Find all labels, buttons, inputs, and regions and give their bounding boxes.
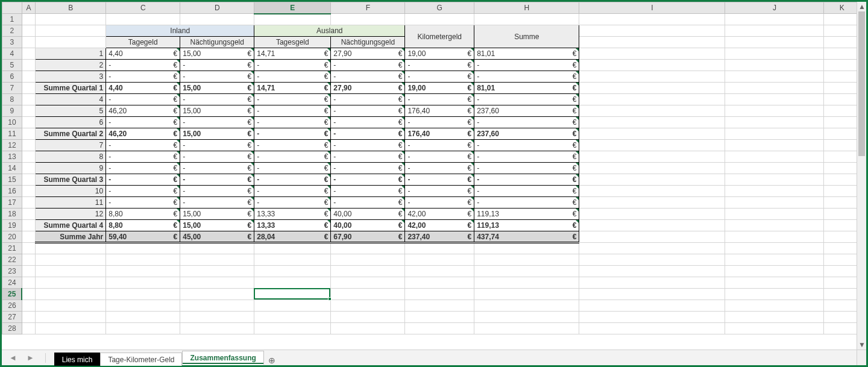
cell[interactable] <box>824 323 857 334</box>
spreadsheet-grid[interactable]: A B C D E F G H I J K 12InlandAuslandKil… <box>2 2 857 350</box>
cell[interactable] <box>725 323 824 334</box>
cell[interactable] <box>579 186 725 197</box>
label-q2[interactable]: Summe Quartal 2 <box>36 128 106 140</box>
cell-C19[interactable]: 8,80€ <box>106 220 180 231</box>
cell[interactable] <box>22 266 36 277</box>
cell-D19[interactable]: 15,00€ <box>180 220 254 231</box>
cell-G19[interactable]: 42,00€ <box>405 220 474 231</box>
cell[interactable] <box>180 266 254 277</box>
month-8[interactable]: 8 <box>36 151 106 163</box>
label-q3[interactable]: Summe Quartal 3 <box>36 174 106 186</box>
cell-F9[interactable]: -€ <box>331 105 405 117</box>
cell[interactable] <box>824 186 857 197</box>
cell-D10[interactable]: -€ <box>180 117 254 128</box>
scroll-down-button[interactable]: ▼ <box>857 340 867 350</box>
row-header-12[interactable]: 12 <box>2 140 22 151</box>
cell-B2[interactable] <box>36 25 106 37</box>
cell-G4[interactable]: 19,00€ <box>405 48 474 60</box>
cell-F8[interactable]: -€ <box>331 94 405 105</box>
scroll-track[interactable] <box>857 11 866 340</box>
cell-F14[interactable]: -€ <box>331 163 405 174</box>
cell-H11[interactable]: 237,60€ <box>474 128 579 140</box>
cell[interactable] <box>824 128 857 140</box>
cell-A3[interactable] <box>22 37 36 48</box>
cell-G8[interactable]: -€ <box>405 94 474 105</box>
cell-D14[interactable]: -€ <box>180 163 254 174</box>
cell[interactable] <box>254 14 331 25</box>
cell-C14[interactable]: -€ <box>106 163 180 174</box>
cell[interactable] <box>405 289 474 300</box>
cell[interactable] <box>579 209 725 220</box>
cell[interactable] <box>824 231 857 243</box>
cell[interactable] <box>579 163 725 174</box>
cell[interactable] <box>36 277 106 289</box>
cell-E12[interactable]: -€ <box>254 140 331 151</box>
sheet-tab-tage-kilometer-geld[interactable]: Tage-Kilometer-Geld <box>100 353 182 366</box>
cell-E6[interactable]: -€ <box>254 71 331 83</box>
cell-A8[interactable] <box>22 94 36 105</box>
cell-D11[interactable]: 15,00€ <box>180 128 254 140</box>
cell[interactable] <box>331 323 405 334</box>
cell[interactable] <box>824 151 857 163</box>
sheet-nav-prev-icon[interactable]: ◄ <box>9 354 17 362</box>
cell-G9[interactable]: 176,40€ <box>405 105 474 117</box>
cell-C7[interactable]: 4,40€ <box>106 83 180 94</box>
cell-D7[interactable]: 15,00€ <box>180 83 254 94</box>
cell[interactable] <box>180 243 254 254</box>
cell[interactable] <box>725 209 824 220</box>
cell[interactable] <box>725 289 824 300</box>
row-header-25[interactable]: 25 <box>2 289 22 300</box>
month-5[interactable]: 5 <box>36 105 106 117</box>
row-header-8[interactable]: 8 <box>2 94 22 105</box>
cell[interactable] <box>106 266 180 277</box>
cell[interactable] <box>36 266 106 277</box>
add-sheet-button[interactable]: ⊕ <box>264 356 280 365</box>
col-header-D[interactable]: D <box>180 2 254 14</box>
column-headers[interactable]: A B C D E F G H I J K <box>2 2 857 14</box>
cell-H18[interactable]: 119,13€ <box>474 209 579 220</box>
cell-F7[interactable]: 27,90€ <box>331 83 405 94</box>
cell[interactable] <box>824 277 857 289</box>
cell[interactable] <box>725 48 824 60</box>
cell[interactable] <box>824 300 857 312</box>
vertical-scrollbar[interactable]: ▲ ▼ <box>857 2 866 350</box>
label-q4[interactable]: Summe Quartal 4 <box>36 220 106 231</box>
cell[interactable] <box>725 151 824 163</box>
cell[interactable] <box>331 266 405 277</box>
cell[interactable] <box>474 312 579 323</box>
cell[interactable] <box>254 254 331 266</box>
header-summe[interactable]: Summe <box>474 25 579 48</box>
cell[interactable] <box>579 14 725 25</box>
cell[interactable] <box>106 300 180 312</box>
cell-D13[interactable]: -€ <box>180 151 254 163</box>
cell[interactable] <box>824 197 857 209</box>
cell-A15[interactable] <box>22 174 36 186</box>
label-jahr[interactable]: Summe Jahr <box>36 231 106 243</box>
cell[interactable] <box>22 300 36 312</box>
cell[interactable] <box>579 231 725 243</box>
cell[interactable] <box>180 300 254 312</box>
month-2[interactable]: 2 <box>36 60 106 71</box>
cell-C15[interactable]: -€ <box>106 174 180 186</box>
row-header-9[interactable]: 9 <box>2 105 22 117</box>
scroll-thumb[interactable] <box>858 11 865 156</box>
cell[interactable] <box>579 243 725 254</box>
cell-H8[interactable]: -€ <box>474 94 579 105</box>
cell[interactable] <box>106 312 180 323</box>
cell-A14[interactable] <box>22 163 36 174</box>
cell[interactable] <box>579 151 725 163</box>
sheet-tab-lies-mich[interactable]: Lies mich <box>54 353 101 366</box>
cell[interactable] <box>405 254 474 266</box>
cell-H12[interactable]: -€ <box>474 140 579 151</box>
cell[interactable] <box>106 289 180 300</box>
cell[interactable] <box>579 71 725 83</box>
cell-A12[interactable] <box>22 140 36 151</box>
col-header-J[interactable]: J <box>725 2 824 14</box>
cell[interactable] <box>824 174 857 186</box>
cell-A18[interactable] <box>22 209 36 220</box>
cell-F20[interactable]: 67,90€ <box>331 231 405 243</box>
cell-H9[interactable]: 237,60€ <box>474 105 579 117</box>
cell-D12[interactable]: -€ <box>180 140 254 151</box>
month-7[interactable]: 7 <box>36 140 106 151</box>
cell-A9[interactable] <box>22 105 36 117</box>
